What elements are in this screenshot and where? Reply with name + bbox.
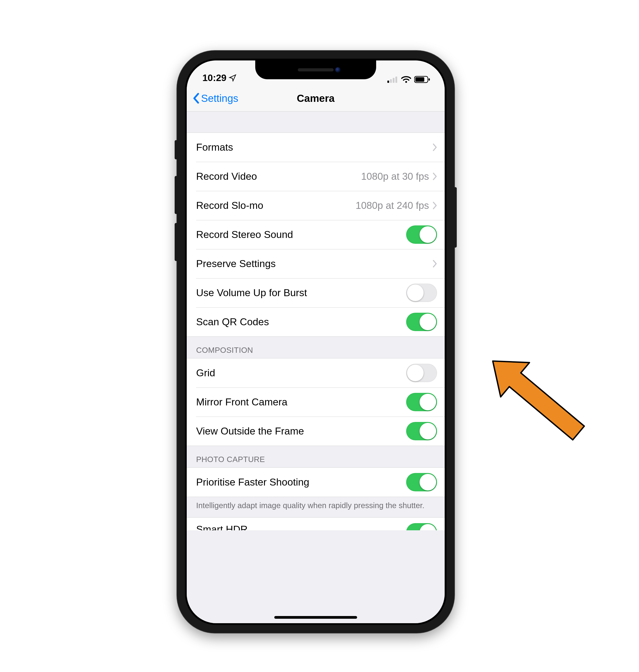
nav-bar: Settings Camera	[187, 85, 445, 111]
back-label: Settings	[201, 92, 238, 104]
row-formats[interactable]: Formats	[187, 133, 445, 162]
row-scan_qr[interactable]: Scan QR Codes	[187, 307, 445, 337]
location-arrow-icon	[229, 74, 237, 82]
toggle-view_outside[interactable]	[406, 422, 437, 440]
row-smart-hdr[interactable]: Smart HDR	[187, 517, 445, 530]
page-title: Camera	[297, 92, 335, 104]
row-label: Prioritise Faster Shooting	[196, 476, 309, 488]
speaker-grille	[298, 68, 333, 72]
row-label: Use Volume Up for Burst	[196, 287, 307, 299]
toggle-grid[interactable]	[406, 364, 437, 382]
wifi-icon	[401, 76, 411, 83]
settings-group-photo-capture: Prioritise Faster Shooting	[187, 467, 445, 497]
settings-group-composition: GridMirror Front CameraView Outside the …	[187, 358, 445, 446]
section-footer-photo-capture: Intelligently adapt image quality when r…	[187, 497, 445, 517]
row-label: Record Slo-mo	[196, 200, 263, 211]
phone-frame: 10:29	[177, 51, 454, 633]
row-record_video[interactable]: Record Video1080p at 30 fps	[187, 162, 445, 191]
svg-rect-6	[415, 77, 424, 82]
row-label: Record Video	[196, 171, 257, 182]
back-button[interactable]: Settings	[192, 85, 238, 111]
chevron-left-icon	[192, 93, 200, 104]
row-preserve[interactable]: Preserve Settings	[187, 249, 445, 278]
row-label: Formats	[196, 141, 233, 153]
svg-rect-1	[390, 79, 392, 83]
row-record_slomo[interactable]: Record Slo-mo1080p at 240 fps	[187, 191, 445, 220]
toggle-mirror_front[interactable]	[406, 393, 437, 411]
row-view_outside[interactable]: View Outside the Frame	[187, 417, 445, 446]
row-faster_shooting[interactable]: Prioritise Faster Shooting	[187, 468, 445, 497]
volume-down-button[interactable]	[175, 223, 178, 261]
toggle-stereo_sound[interactable]	[406, 225, 437, 244]
row-stereo_sound[interactable]: Record Stereo Sound	[187, 220, 445, 249]
notch	[255, 60, 376, 79]
section-header-composition: COMPOSITION	[187, 337, 445, 358]
chevron-right-icon	[432, 172, 437, 181]
chevron-right-icon	[432, 260, 437, 268]
settings-group-main: FormatsRecord Video1080p at 30 fpsRecord…	[187, 132, 445, 337]
svg-rect-2	[393, 78, 394, 83]
chevron-right-icon	[432, 143, 437, 151]
svg-rect-7	[428, 78, 430, 81]
annotation-arrow	[470, 356, 605, 441]
row-label: Scan QR Codes	[196, 316, 269, 328]
svg-point-4	[405, 81, 407, 83]
section-header-photo-capture: PHOTO CAPTURE	[187, 446, 445, 467]
home-indicator[interactable]	[274, 616, 357, 619]
toggle-smart-hdr[interactable]	[406, 523, 437, 530]
row-value: 1080p at 240 fps	[356, 200, 429, 211]
front-camera	[335, 67, 341, 73]
row-grid[interactable]: Grid	[187, 358, 445, 388]
svg-rect-3	[395, 77, 397, 83]
row-value: 1080p at 30 fps	[361, 171, 429, 182]
silence-switch[interactable]	[175, 140, 178, 159]
content-scroll[interactable]: FormatsRecord Video1080p at 30 fpsRecord…	[187, 111, 445, 623]
row-label: Mirror Front Camera	[196, 396, 287, 408]
row-mirror_front[interactable]: Mirror Front Camera	[187, 388, 445, 417]
row-volume_burst[interactable]: Use Volume Up for Burst	[187, 278, 445, 307]
toggle-volume_burst[interactable]	[406, 284, 437, 302]
battery-icon	[414, 76, 430, 83]
toggle-faster_shooting[interactable]	[406, 473, 437, 491]
screen: 10:29	[187, 60, 445, 623]
power-button[interactable]	[454, 187, 457, 248]
volume-up-button[interactable]	[175, 176, 178, 214]
cellular-signal-icon	[387, 76, 398, 83]
row-label: View Outside the Frame	[196, 425, 304, 437]
svg-rect-0	[387, 81, 389, 83]
toggle-scan_qr[interactable]	[406, 313, 437, 331]
row-label: Smart HDR	[196, 523, 248, 530]
row-label: Grid	[196, 367, 215, 379]
svg-marker-8	[479, 356, 593, 441]
row-label: Record Stereo Sound	[196, 229, 293, 240]
row-label: Preserve Settings	[196, 258, 276, 269]
chevron-right-icon	[432, 202, 437, 209]
status-time: 10:29	[202, 73, 227, 83]
